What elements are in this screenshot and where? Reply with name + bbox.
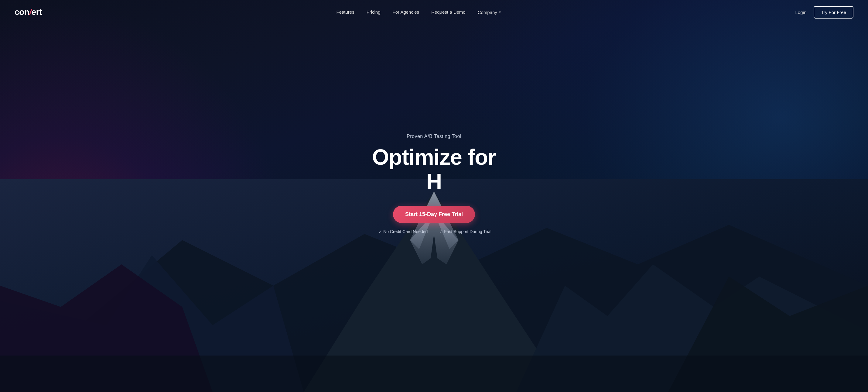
login-link[interactable]: Login <box>796 10 807 15</box>
nav-links: Features Pricing For Agencies Request a … <box>337 9 501 15</box>
nav-actions: Login Try For Free <box>796 6 854 19</box>
demo-link[interactable]: Request a Demo <box>431 9 466 14</box>
nav-item-demo[interactable]: Request a Demo <box>431 9 466 15</box>
nav-item-features[interactable]: Features <box>337 9 354 15</box>
agencies-link[interactable]: For Agencies <box>393 9 420 14</box>
navbar: con/ert Features Pricing For Agencies Re… <box>0 0 868 24</box>
logo-slash: / <box>29 7 31 17</box>
check-fast-support: ✓ Fast Support During Trial <box>437 229 491 234</box>
nav-item-company[interactable]: Company ▾ <box>478 10 501 15</box>
svg-rect-10 <box>0 356 868 392</box>
hero-title-line1: Optimize for <box>372 145 496 169</box>
cta-button[interactable]: Start 15-Day Free Trial <box>393 206 475 223</box>
chevron-down-icon: ▾ <box>499 10 501 14</box>
logo[interactable]: con/ert <box>14 7 42 17</box>
hero-content: Proven A/B Testing Tool Optimize for H S… <box>372 134 496 258</box>
logo-text: con/ert <box>14 7 42 17</box>
hero-section: Proven A/B Testing Tool Optimize for H S… <box>0 0 868 392</box>
pricing-link[interactable]: Pricing <box>367 9 380 14</box>
hero-title: Optimize for H <box>372 145 496 193</box>
try-free-button[interactable]: Try For Free <box>814 6 854 19</box>
nav-item-agencies[interactable]: For Agencies <box>393 9 420 15</box>
hero-title-line2: H <box>372 170 496 193</box>
hero-trust-indicators: ✓ No Credit Card Needed ✓ Fast Support D… <box>377 229 491 234</box>
check-no-credit-card: ✓ No Credit Card Needed <box>377 229 428 234</box>
nav-item-pricing[interactable]: Pricing <box>367 9 380 15</box>
hero-subtitle: Proven A/B Testing Tool <box>407 134 461 139</box>
features-link[interactable]: Features <box>337 9 354 14</box>
company-link[interactable]: Company ▾ <box>478 10 501 15</box>
